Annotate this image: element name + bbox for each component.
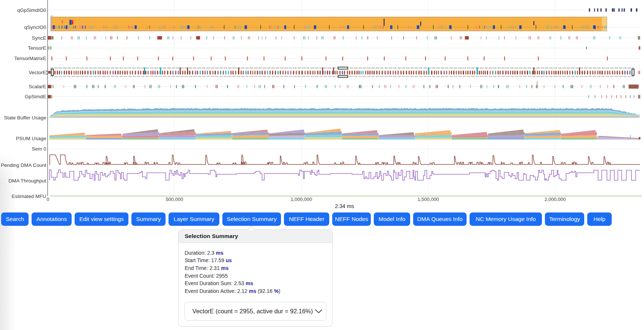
svg-text:TensorE: TensorE bbox=[28, 45, 46, 51]
svg-text:State Buffer Usage: State Buffer Usage bbox=[4, 115, 46, 121]
svg-text:SyncE: SyncE bbox=[32, 35, 46, 41]
svg-text:2,000,000: 2,000,000 bbox=[545, 197, 566, 202]
svg-text:Estimated MFU: Estimated MFU bbox=[12, 194, 46, 199]
svg-text:Sem 0: Sem 0 bbox=[32, 146, 46, 152]
svg-text:0: 0 bbox=[46, 197, 49, 202]
svg-text:500,000: 500,000 bbox=[166, 197, 183, 202]
svg-text:GpSimdE: GpSimdE bbox=[25, 94, 46, 99]
svg-text:VectorE: VectorE bbox=[29, 70, 46, 75]
svg-text:TensorMatrixE: TensorMatrixE bbox=[14, 56, 46, 61]
svg-text:PSUM Usage: PSUM Usage bbox=[16, 136, 46, 141]
svg-text:1,500,000: 1,500,000 bbox=[418, 197, 439, 202]
svg-text:qSyncIO0: qSyncIO0 bbox=[24, 24, 46, 30]
svg-text:1,000,000: 1,000,000 bbox=[291, 197, 312, 202]
svg-text:qGpSimdIO0: qGpSimdIO0 bbox=[17, 7, 46, 13]
svg-text:2.34 ms: 2.34 ms bbox=[335, 203, 354, 209]
svg-text:ScalarE: ScalarE bbox=[29, 84, 46, 89]
